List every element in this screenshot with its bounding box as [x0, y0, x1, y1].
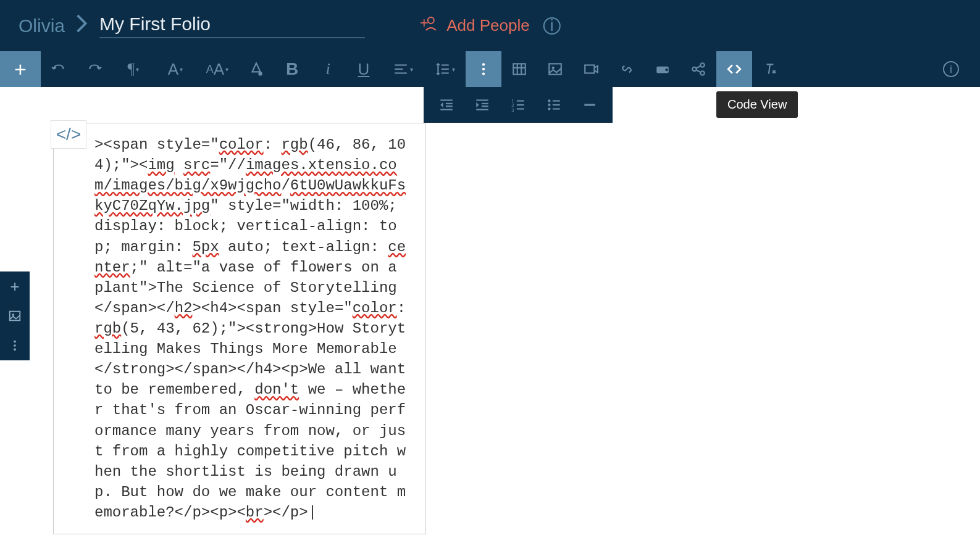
- header-center: + Add People i: [419, 15, 560, 36]
- svg-rect-18: [585, 65, 594, 73]
- clear-formatting-button[interactable]: [752, 51, 788, 87]
- italic-button[interactable]: i: [310, 51, 346, 87]
- image-button[interactable]: [537, 51, 573, 87]
- svg-point-2: [258, 72, 262, 76]
- underline-button[interactable]: U: [346, 51, 382, 87]
- svg-line-25: [696, 70, 701, 72]
- code-toggle-icon[interactable]: </>: [51, 120, 86, 149]
- add-people-icon[interactable]: +: [419, 15, 438, 36]
- ordered-list-button[interactable]: 123: [500, 87, 536, 123]
- svg-point-17: [552, 67, 555, 69]
- outdent-button[interactable]: [429, 87, 464, 123]
- bold-button[interactable]: B: [274, 51, 310, 87]
- svg-point-9: [482, 63, 485, 65]
- secondary-toolbar: 123: [424, 87, 613, 123]
- font-color-button[interactable]: [238, 51, 274, 87]
- svg-point-42: [548, 107, 550, 110]
- horizontal-rule-button[interactable]: [572, 87, 608, 123]
- side-more-button[interactable]: [0, 331, 30, 360]
- code-textarea[interactable]: ><span style="color: rgb(46, 86, 104);">…: [65, 131, 414, 523]
- redo-button[interactable]: [77, 51, 112, 87]
- chevron-right-icon: [76, 14, 88, 37]
- svg-point-11: [482, 72, 485, 75]
- svg-point-40: [548, 99, 550, 102]
- svg-point-51: [14, 349, 16, 351]
- indent-button[interactable]: [464, 87, 500, 123]
- button-insert-button[interactable]: [645, 51, 681, 87]
- side-image-button[interactable]: [0, 301, 30, 331]
- align-button[interactable]: ▾: [382, 51, 424, 87]
- svg-rect-12: [513, 64, 526, 74]
- code-editor-panel: </> ><span style="color: rgb(46, 86, 104…: [53, 123, 426, 534]
- font-family-button[interactable]: A▾: [154, 51, 196, 87]
- table-button[interactable]: [501, 51, 537, 87]
- svg-point-49: [14, 341, 16, 343]
- header-bar: Olivia My First Folio + Add People i: [0, 0, 980, 51]
- undo-button[interactable]: [41, 51, 77, 87]
- toolbar-insert-group: [501, 51, 788, 87]
- svg-point-48: [12, 313, 14, 316]
- svg-point-20: [665, 68, 668, 71]
- line-height-button[interactable]: ▾: [424, 51, 466, 87]
- svg-point-50: [14, 344, 16, 347]
- code-view-tooltip: Code View: [716, 91, 798, 118]
- svg-point-1: [427, 17, 433, 23]
- svg-text:3: 3: [511, 107, 514, 113]
- add-module-button[interactable]: +: [0, 51, 41, 87]
- code-view-button[interactable]: [716, 51, 752, 87]
- breadcrumb: Olivia My First Folio: [19, 14, 365, 38]
- side-toolbar: +: [0, 271, 30, 360]
- breadcrumb-user[interactable]: Olivia: [19, 15, 65, 36]
- svg-point-41: [548, 104, 550, 106]
- toolbar-format-group: ¶▾ A▾ AA▾ B i U ▾ ▾: [112, 51, 501, 87]
- side-add-button[interactable]: +: [0, 271, 30, 301]
- help-info-button[interactable]: i: [933, 51, 969, 87]
- paragraph-format-button[interactable]: ¶▾: [112, 51, 154, 87]
- toolbar-history-group: [41, 51, 112, 87]
- main-toolbar: + ¶▾ A▾ AA▾ B i U ▾: [0, 51, 980, 87]
- share-button[interactable]: [681, 51, 716, 87]
- info-icon[interactable]: i: [543, 17, 561, 35]
- svg-line-24: [696, 66, 701, 68]
- unordered-list-button[interactable]: [536, 87, 572, 123]
- svg-point-10: [482, 68, 485, 70]
- add-people-button[interactable]: Add People: [446, 16, 529, 35]
- font-size-button[interactable]: AA▾: [196, 51, 238, 87]
- folio-title-input[interactable]: My First Folio: [99, 14, 365, 38]
- video-button[interactable]: [573, 51, 609, 87]
- toolbar-right: i: [933, 51, 980, 87]
- more-formatting-button[interactable]: [466, 51, 501, 87]
- link-button[interactable]: [609, 51, 645, 87]
